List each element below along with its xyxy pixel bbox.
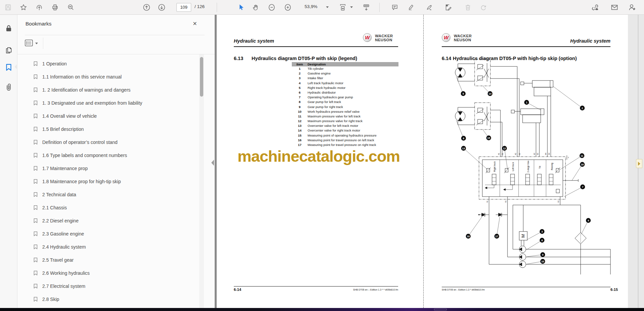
footer-rule <box>234 286 398 287</box>
port-label: A4 <box>545 153 547 155</box>
highlighter-icon[interactable] <box>406 2 416 13</box>
navigation-rail <box>0 15 17 308</box>
bookmark-item[interactable]: 1.4 Overall view of vehicle <box>17 109 205 122</box>
print-icon[interactable] <box>50 2 60 13</box>
item-designation: Work hydraulics pressure relief valve <box>308 109 398 114</box>
item-badge-11: 11 <box>580 153 584 158</box>
comment-icon[interactable] <box>389 2 400 13</box>
bookmarks-scrollbar-thumb[interactable] <box>200 57 203 97</box>
bookmark-item[interactable]: 1.5 Brief description <box>17 122 205 136</box>
zoom-out-icon[interactable] <box>266 2 277 13</box>
panel-divider <box>17 54 217 54</box>
svg-text:7: 7 <box>582 186 583 189</box>
main-toolbar: 109 / 126 53,9% <box>0 0 644 15</box>
table-row: 12Maximum pressure valve for right track <box>292 119 398 123</box>
bookmark-label: 2.4 Hydraulic system <box>42 244 86 250</box>
sign-pen-icon[interactable] <box>424 2 435 13</box>
share-link-icon[interactable] <box>590 2 600 13</box>
item-number: 14 <box>292 128 308 133</box>
col-designation: Designation <box>308 62 326 66</box>
badge-leader-line <box>468 217 482 236</box>
header-rule <box>442 46 610 47</box>
zoom-level-label[interactable]: 53,9% <box>305 4 317 9</box>
bookmark-item[interactable]: 1.8 Maintenance prop for high-tip skip <box>17 175 205 188</box>
bookmark-item[interactable]: 1.1 Information on this service manual <box>17 70 205 83</box>
bookmark-item[interactable]: 1.6 Type labels and component numbers <box>17 149 205 162</box>
bookmark-item[interactable]: 2.6 Working hydraulics <box>17 266 205 279</box>
bookmark-item[interactable]: 2.7 Electrical system <box>17 279 205 293</box>
bookmark-item[interactable]: 2.4 Hydraulic system <box>17 240 205 253</box>
fit-page-icon[interactable] <box>337 2 348 13</box>
bookmark-options-icon[interactable] <box>25 39 39 48</box>
bookmark-item[interactable]: 1. 2 Identification of warnings and dang… <box>17 83 205 96</box>
search-icon[interactable] <box>65 2 76 13</box>
badge-leader-line <box>560 156 582 170</box>
hand-tool-icon[interactable] <box>250 2 261 13</box>
expand-panel-handle[interactable] <box>636 159 642 168</box>
table-row: 4Left track hydraulic motor <box>292 81 398 86</box>
zoom-in-icon[interactable] <box>282 2 293 13</box>
share-upload-icon[interactable] <box>34 2 45 13</box>
svg-text:14: 14 <box>489 92 492 95</box>
scroll-mode-icon[interactable] <box>361 2 372 13</box>
bookmark-item[interactable]: 1 Operation <box>17 57 205 70</box>
pointer-tool-icon[interactable] <box>236 2 247 13</box>
bookmark-label: 2 Technical data <box>42 192 76 197</box>
star-icon[interactable] <box>18 2 29 13</box>
page-thumbnails-icon[interactable] <box>4 46 13 55</box>
close-icon[interactable]: ✕ <box>191 19 199 28</box>
section-number: 6.13 <box>234 56 243 61</box>
panel-divider <box>43 38 43 49</box>
bookmark-icon <box>33 192 39 198</box>
zoom-dropdown-caret[interactable] <box>326 6 329 8</box>
bookmark-icon <box>33 231 39 237</box>
collapse-panel-handle[interactable] <box>211 160 214 166</box>
next-page-icon[interactable] <box>156 2 167 13</box>
bookmark-item[interactable]: 2.8 Skip <box>17 293 205 306</box>
bookmark-item[interactable]: 2.2 Diesel engine <box>17 214 205 227</box>
bookmark-label: 2.6 Working hydraulics <box>42 270 90 276</box>
bookmark-item[interactable]: 2.3 Gasoline engine <box>17 227 205 240</box>
valve-section-label: 2-stage trav- <box>527 160 530 173</box>
bookmark-item[interactable]: Definition of operator’s control stand <box>17 136 205 149</box>
item-number: 6 <box>292 90 308 95</box>
bookmark-item[interactable]: 2.1 Chassis <box>17 201 205 214</box>
item-number: 11 <box>292 114 308 119</box>
page-total-label: / 126 <box>195 4 205 9</box>
save-icon[interactable] <box>3 2 13 13</box>
edit-document-icon[interactable] <box>443 2 454 13</box>
bookmarks-icon[interactable] <box>4 63 13 72</box>
delete-icon[interactable] <box>463 2 473 13</box>
bookmark-item[interactable]: 1.7 Maintenance prop <box>17 162 205 175</box>
col-item: Item <box>292 62 308 66</box>
page-number-input[interactable]: 109 <box>176 3 191 12</box>
item-number: 10 <box>292 109 308 114</box>
page-header-title: Hydraulic system <box>570 38 610 44</box>
item-badge-5: 5 <box>461 91 466 96</box>
lock-icon[interactable] <box>4 24 13 33</box>
previous-page-icon[interactable] <box>141 2 152 13</box>
svg-text:3: 3 <box>541 230 543 233</box>
bookmark-list: 1 Operation1.1 Information on this servi… <box>17 57 205 306</box>
bookmark-item[interactable]: 1. 3 Designated use and exemption from l… <box>17 96 205 109</box>
attachments-icon[interactable] <box>4 83 13 92</box>
redo-icon[interactable] <box>478 2 489 13</box>
wacker-neuson-logo: W <box>363 33 372 42</box>
item-designation: Gasoline engine <box>308 71 398 76</box>
svg-text:2: 2 <box>582 107 583 110</box>
taskbar-item <box>434 309 447 310</box>
add-person-icon[interactable] <box>627 2 637 13</box>
item-designation: Overcenter valve for right track motor <box>308 128 398 133</box>
bookmark-label: 2.2 Diesel engine <box>42 218 78 223</box>
email-icon[interactable] <box>609 2 620 13</box>
fit-page-caret[interactable] <box>350 6 353 8</box>
table-row: 11Maximum pressure valve for left track <box>292 114 398 119</box>
port-label: B2 <box>519 153 521 155</box>
bookmarks-scrollbar[interactable] <box>199 54 204 311</box>
document-viewport[interactable]: Hydraulic system W WACKER NEUSON 6.13 Hy… <box>217 15 644 308</box>
bookmark-item[interactable]: 2 Technical data <box>17 188 205 201</box>
table-row: 10Work hydraulics pressure relief valve <box>292 109 398 114</box>
bookmark-item[interactable]: 2.5 Travel gear <box>17 253 205 266</box>
footer-page-number: 6-15 <box>610 288 618 292</box>
port-label: A1 <box>498 153 500 155</box>
